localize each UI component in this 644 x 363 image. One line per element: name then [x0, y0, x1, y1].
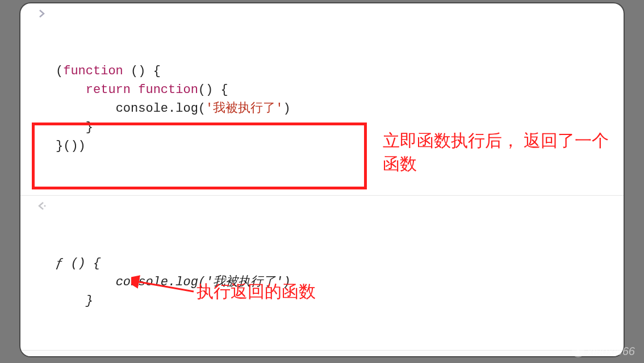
input-chevron-icon [37, 355, 47, 356]
input-chevron-icon [37, 8, 47, 19]
wechat-icon: ✦ [572, 345, 584, 357]
devtools-console[interactable]: (function () { return function() { conso… [20, 3, 624, 356]
svg-point-0 [44, 205, 46, 207]
output-chevron-icon [37, 200, 47, 212]
watermark: ✦ xiaoxi666 [572, 343, 635, 360]
code-block: ƒ () { console.log('我被执行了') } [56, 254, 624, 310]
console-input-entry[interactable]: (function () { return function() { conso… [20, 3, 624, 196]
console-output-entry[interactable]: ƒ () { console.log('我被执行了') } [20, 196, 624, 351]
code-block: (function () { return function() { conso… [56, 62, 624, 155]
watermark-text: xiaoxi666 [587, 343, 635, 360]
console-input-entry[interactable]: (function () { return function() { conso… [20, 351, 624, 356]
